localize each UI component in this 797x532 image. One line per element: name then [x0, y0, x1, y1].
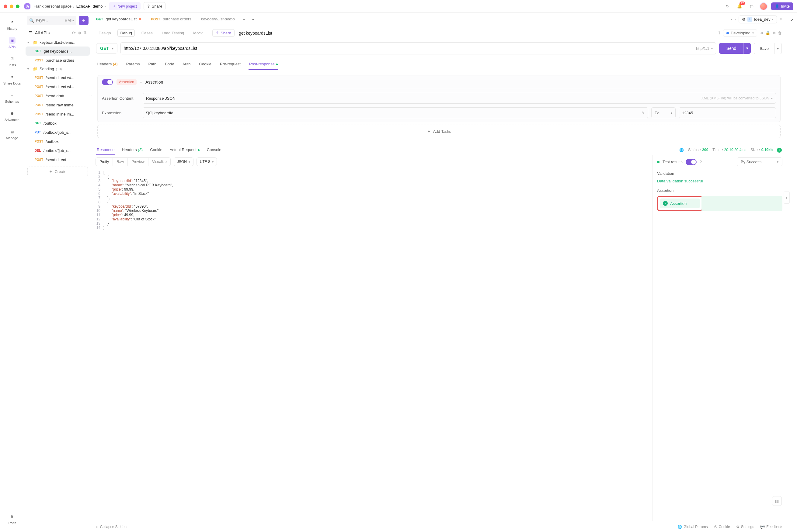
expand-handle[interactable]: › — [784, 191, 790, 204]
tree-item[interactable]: GETget keyboards... — [25, 46, 90, 56]
rail-advanced[interactable]: ⬢Advanced — [0, 107, 24, 125]
help-icon[interactable]: ? — [700, 159, 702, 164]
notifications-icon[interactable]: 🔔17 — [735, 2, 744, 11]
refresh-icon[interactable]: ⟳ — [72, 31, 76, 35]
assertion-value-input[interactable]: 12345 — [679, 107, 776, 118]
share-api-button[interactable]: ⇪Share — [212, 29, 235, 37]
req-tab-params[interactable]: Params — [126, 59, 141, 70]
more-tabs-button[interactable]: ⋯ — [248, 15, 256, 24]
tree-item[interactable]: POST/outbox — [25, 137, 90, 146]
tree-group[interactable]: ▾📁keyboardList-demo... — [25, 38, 90, 46]
footer-settings[interactable]: ⚙Settings — [736, 525, 754, 529]
resp-tab-headers[interactable]: Headers (3) — [122, 145, 144, 155]
tab-load-testing[interactable]: Load Testing — [160, 30, 187, 37]
status-select[interactable]: Developing▾ — [723, 29, 757, 37]
add-tab-button[interactable]: ＋ — [239, 15, 248, 24]
rail-share-docs[interactable]: 🗎Share Docs — [0, 71, 24, 88]
footer-feedback[interactable]: 💬Feedback — [760, 525, 782, 529]
chevron-down-icon[interactable]: ▾ — [104, 4, 106, 8]
verified-icon[interactable]: ✔ — [788, 16, 796, 24]
maximize-window[interactable] — [16, 4, 19, 8]
req-tab-pre[interactable]: Pre-request — [219, 59, 241, 70]
editor-tab[interactable]: POSTpurchase orders — [146, 13, 196, 26]
tree-item[interactable]: POST/send draft — [25, 91, 90, 100]
protocol-select[interactable]: http/1.1▾ — [696, 46, 712, 51]
tree-item[interactable]: GET/outbox — [25, 118, 90, 128]
footer-cookie[interactable]: ☉Cookie — [714, 525, 730, 529]
lock-icon[interactable]: 🔒 — [765, 31, 770, 35]
invite-button[interactable]: 👤 Invite — [771, 2, 793, 10]
test-results-toggle[interactable] — [686, 159, 697, 165]
operator-select[interactable]: Eq▾ — [651, 107, 675, 118]
rail-manage[interactable]: ▦Manage — [0, 125, 24, 143]
wrap-icon[interactable]: ⤵ — [719, 31, 721, 35]
url-input[interactable] — [124, 46, 693, 51]
mode-raw[interactable]: Raw — [113, 158, 128, 166]
tree-item[interactable]: PUT/outbox/{job_s... — [25, 128, 90, 137]
tab-design[interactable]: Design — [96, 30, 113, 37]
rail-history[interactable]: ↺History — [0, 16, 24, 34]
req-tab-auth[interactable]: Auth — [182, 59, 191, 70]
new-project-button[interactable]: ＋ New project — [109, 2, 140, 10]
wand-icon[interactable]: ✎ — [642, 111, 645, 115]
tab-debug[interactable]: Debug — [117, 29, 134, 37]
create-button[interactable]: ＋Create — [27, 167, 88, 176]
next-tab-icon[interactable]: › — [735, 17, 736, 22]
layout-toggle-button[interactable]: ▥ — [772, 496, 782, 506]
req-tab-cookie[interactable]: Cookie — [199, 59, 212, 70]
send-button[interactable]: Send — [719, 43, 744, 54]
tree-group[interactable]: ▾📁Sending(10) — [25, 65, 90, 73]
footer-global-params[interactable]: 🌐Global Params — [678, 525, 708, 529]
search-input-wrapper[interactable]: 🔍 All▾ — [27, 16, 76, 25]
tree-item[interactable]: DEL/outbox/{job_s... — [25, 146, 90, 155]
resp-tab-response[interactable]: Response — [96, 145, 115, 155]
chevron-down-icon[interactable]: ▾ — [140, 80, 142, 84]
assertion-toggle[interactable] — [102, 79, 113, 85]
workspace-name[interactable]: Frank personal space — [34, 4, 72, 8]
resp-tab-cookie[interactable]: Cookie — [149, 145, 163, 155]
tree-item[interactable]: POST/send direct w/... — [25, 73, 90, 82]
charset-select[interactable]: UTF-8▾ — [197, 157, 217, 166]
download-icon[interactable]: ↓ — [777, 148, 782, 153]
share-button-top[interactable]: ⇪ Share — [144, 2, 166, 10]
tab-mock[interactable]: Mock — [191, 30, 205, 37]
req-tab-body[interactable]: Body — [164, 59, 174, 70]
delete-icon[interactable]: 🗑 — [778, 31, 782, 35]
req-tab-path[interactable]: Path — [148, 59, 157, 70]
panel-icon[interactable]: ▢ — [747, 2, 756, 11]
tree-item[interactable]: POST/send direct wi... — [25, 82, 90, 91]
add-button[interactable]: ＋ — [79, 16, 89, 25]
mode-visualize[interactable]: Visualize — [148, 158, 170, 166]
minimize-window[interactable] — [10, 4, 13, 8]
send-dropdown[interactable]: ▾ — [743, 43, 751, 54]
drag-handle-icon[interactable]: ⠿ — [89, 92, 92, 97]
menu-icon[interactable]: ≡ — [779, 17, 782, 22]
tree-item[interactable]: POST/send raw mime — [25, 100, 90, 110]
validation-success-link[interactable]: Data validation successful — [657, 179, 782, 183]
sync-icon[interactable]: ⟳ — [723, 2, 731, 11]
prev-tab-icon[interactable]: ‹ — [731, 17, 732, 22]
add-tasks-button[interactable]: ＋Add Tasks — [97, 125, 781, 138]
assertion-content-select[interactable]: Response JSON XML (XML-like) will be con… — [143, 93, 776, 104]
locate-icon[interactable]: ⊕ — [78, 31, 81, 35]
method-select[interactable]: GET ▾ — [96, 43, 117, 54]
save-dropdown[interactable]: ▾ — [775, 43, 782, 54]
rail-schemas[interactable]: ◦◦Schemas — [0, 89, 24, 107]
rail-tests[interactable]: ☑Tests — [0, 52, 24, 70]
import-icon[interactable]: ⇥ — [760, 31, 763, 35]
assertion-result-item[interactable]: ✓ Assertion — [660, 198, 700, 208]
rail-apis[interactable]: ▣APIs — [0, 34, 24, 52]
resp-tab-actual[interactable]: Actual Request — [169, 145, 200, 155]
save-button[interactable]: Save — [754, 43, 775, 54]
tree-item[interactable]: POST/send inline im... — [25, 110, 90, 118]
req-tab-headers[interactable]: Headers (4) — [96, 59, 118, 70]
api-title[interactable]: get keyboardsList — [239, 31, 272, 36]
tree-item[interactable]: POST/send direct — [25, 155, 90, 164]
filter-all[interactable]: All▾ — [65, 19, 74, 22]
rail-trash[interactable]: 🗑Trash — [0, 510, 24, 528]
all-apis-row[interactable]: ☰ All APIs ⟳ ⊕ ⇅ — [24, 27, 91, 38]
editor-tab[interactable]: keyboardList-demo — [196, 13, 240, 26]
close-window[interactable] — [4, 4, 7, 8]
editor-tab[interactable]: GETget keyboardsList — [91, 13, 146, 26]
avatar[interactable] — [760, 2, 767, 10]
